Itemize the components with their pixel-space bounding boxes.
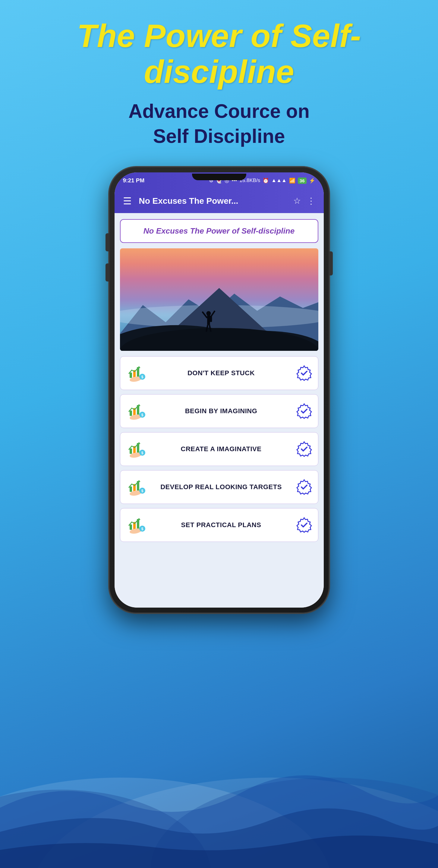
menu-items-list: $ DON'T KEEP STUCK: [120, 356, 318, 542]
status-bolt-icon: ⚡: [309, 178, 315, 184]
svg-text:$: $: [141, 413, 143, 417]
growth-icon-5: $: [126, 515, 147, 535]
status-battery: 36: [298, 178, 307, 184]
menu-item-label-2: BEGIN BY IMAGINING: [152, 407, 291, 415]
growth-icon-1: $: [126, 363, 147, 384]
title-card: No Excuses The Power of Self-discipline: [120, 219, 318, 243]
app-bar: ☰ No Excuses The Power... ☆ ⋮: [115, 189, 324, 213]
status-alarm-icon: ⏰: [262, 178, 269, 184]
svg-rect-38: [130, 487, 132, 492]
badge-5: [296, 517, 313, 533]
svg-text:$: $: [141, 375, 143, 379]
svg-rect-45: [130, 524, 132, 530]
page-subtitle: Advance Cource on Self Discipline: [0, 99, 438, 149]
page-main-title: The Power of Self-discipline: [0, 18, 438, 90]
title-card-text: No Excuses The Power of Self-discipline: [144, 226, 294, 236]
hamburger-menu-icon[interactable]: ☰: [123, 195, 132, 207]
app-bar-action-icons: ☆ ⋮: [293, 196, 315, 206]
growth-icon-2: $: [126, 401, 147, 422]
content-area: No Excuses The Power of Self-discipline: [115, 213, 324, 608]
status-time: 9:21 PM: [123, 177, 145, 184]
header-section: The Power of Self-discipline Advance Cou…: [0, 0, 438, 161]
svg-rect-24: [130, 410, 132, 416]
more-vert-icon[interactable]: ⋮: [307, 196, 315, 206]
star-icon[interactable]: ☆: [293, 196, 301, 206]
badge-3: [296, 441, 313, 458]
app-bar-title: No Excuses The Power...: [139, 196, 286, 206]
growth-icon-4: $: [126, 476, 147, 498]
menu-item-set-plans[interactable]: $ SET PRACTICAL PLANS: [120, 508, 318, 542]
growth-icon-3: $: [126, 438, 147, 460]
phone-mockup: 9:21 PM ⚙ 👻 ◎ ••• 15.8KB/s ⏰ ▲▲▲ 📶 36 ⚡ …: [0, 167, 438, 613]
menu-item-develop-targets[interactable]: $ DEVELOP REAL LOOKING TARGETS: [120, 470, 318, 504]
phone-screen: 9:21 PM ⚙ 👻 ◎ ••• 15.8KB/s ⏰ ▲▲▲ 📶 36 ⚡ …: [115, 173, 324, 608]
svg-rect-17: [130, 373, 132, 378]
status-signal-icon: ▲▲▲: [271, 178, 286, 184]
svg-text:$: $: [141, 489, 143, 493]
svg-point-11: [206, 311, 211, 315]
svg-rect-14: [209, 315, 212, 322]
svg-text:$: $: [141, 451, 143, 455]
menu-item-label-4: DEVELOP REAL LOOKING TARGETS: [152, 483, 291, 491]
svg-rect-31: [130, 448, 132, 454]
menu-item-label-3: CREATE A IMAGINATIVE: [152, 445, 291, 453]
badge-1: [296, 365, 313, 381]
menu-item-dont-keep-stuck[interactable]: $ DON'T KEEP STUCK: [120, 356, 318, 390]
badge-4: [296, 478, 313, 495]
menu-item-label-5: SET PRACTICAL PLANS: [152, 521, 291, 529]
svg-text:$: $: [141, 527, 143, 531]
menu-item-begin-imagining[interactable]: $ BEGIN BY IMAGINING: [120, 394, 318, 428]
status-wifi-icon: 📶: [289, 178, 295, 184]
badge-2: [296, 403, 313, 420]
hero-image: [120, 248, 318, 351]
phone-outer-shell: 9:21 PM ⚙ 👻 ◎ ••• 15.8KB/s ⏰ ▲▲▲ 📶 36 ⚡ …: [109, 167, 329, 613]
menu-item-label-1: DON'T KEEP STUCK: [152, 369, 291, 377]
menu-item-create-imaginative[interactable]: $ CREATE A IMAGINATIVE: [120, 432, 318, 466]
